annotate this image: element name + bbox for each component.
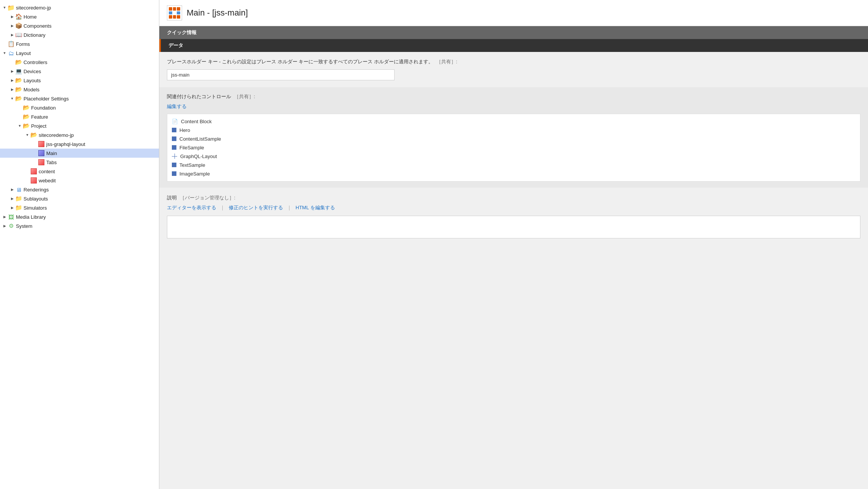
tree-item-icon: 🖥 (15, 186, 22, 193)
related-controls-label: 関連付けられたコントロール ［共有］: (167, 93, 860, 100)
tree-item-simulators[interactable]: 📁Simulators (0, 203, 159, 212)
sep1: ｜ (220, 204, 225, 211)
page-title: Main - [jss-main] (187, 8, 248, 18)
tree-item-feature[interactable]: 📂Feature (0, 112, 159, 121)
tree-item-models[interactable]: 📂Models (0, 85, 159, 94)
tree-toggle-expanded[interactable] (9, 96, 15, 102)
tree-item-icon: 📂 (15, 77, 22, 84)
tree-item-forms[interactable]: 📋Forms (0, 39, 159, 49)
tree-toggle-collapsed[interactable] (9, 187, 15, 193)
tree-item-jss-graphql-layout[interactable]: jss-graphql-layout (0, 139, 159, 149)
list-item[interactable]: FileSample (167, 143, 860, 152)
list-item[interactable]: ImageSample (167, 169, 860, 178)
list-item-label: ImageSample (179, 171, 210, 177)
list-item-label: FileSample (179, 145, 204, 150)
tree-item-label: Layouts (24, 78, 41, 83)
tree-item-components[interactable]: 📦Components (0, 21, 159, 30)
tree-item-icon: 🗂 (8, 50, 14, 56)
tree-item-foundation[interactable]: 📂Foundation (0, 103, 159, 112)
tree-item-media-library[interactable]: 🖼Media Library (0, 212, 159, 221)
tree-item-placeholder-settings[interactable]: 📂Placeholder Settings (0, 94, 159, 103)
tree-toggle-expanded[interactable] (24, 132, 30, 138)
tree-item-label: Placeholder Settings (24, 96, 69, 102)
run-hints-link[interactable]: 修正のヒントを実行する (229, 204, 283, 211)
tree-item-webedit[interactable]: webedit (0, 176, 159, 185)
tree-toggle-collapsed[interactable] (9, 205, 15, 211)
square-icon (172, 145, 176, 150)
tree-toggle-collapsed[interactable] (2, 214, 8, 220)
tree-toggle-expanded[interactable] (17, 123, 23, 129)
tree-item-label: Devices (24, 69, 41, 74)
icon-cell-2 (173, 7, 176, 11)
section-quick-info-header: クイック情報 (159, 26, 868, 39)
tree-item-renderings[interactable]: 🖥Renderings (0, 185, 159, 194)
tree-item-icon (30, 168, 37, 175)
tree-item-label: webedit (39, 178, 56, 183)
description-label: 説明 ［バージョン管理なし］: (167, 194, 860, 201)
list-item-label: ContentListSample (179, 136, 221, 142)
icon-cell-5 (173, 11, 176, 15)
tree-item-icon: 📦 (15, 22, 22, 29)
list-item[interactable]: ContentListSample (167, 135, 860, 143)
tree-item-sitecoredemo-jp[interactable]: 📁sitecoredemo-jp (0, 3, 159, 12)
tree-toggle-expanded[interactable] (2, 5, 8, 11)
tree-item-layouts[interactable]: 📂Layouts (0, 76, 159, 85)
placeholder-key-input[interactable] (167, 69, 395, 80)
tree-item-dictionary[interactable]: 📖Dictionary (0, 30, 159, 39)
tree-item-label: Models (24, 87, 39, 92)
square-icon (172, 163, 176, 167)
tree-toggle-collapsed[interactable] (9, 196, 15, 202)
related-controls-section: 関連付けられたコントロール ［共有］: 編集する 📄Content BlockH… (159, 87, 868, 188)
placeholder-key-section: プレースホルダー キー - これらの設定はプレース ホルダー キーに一致するすべ… (159, 52, 868, 86)
show-editor-link[interactable]: エディターを表示する (167, 204, 216, 211)
tree-item-label: Controllers (24, 60, 47, 65)
tree-item-icon: 📂 (23, 122, 30, 129)
tree-toggle-expanded[interactable] (2, 50, 8, 56)
tree-toggle-collapsed[interactable] (9, 86, 15, 92)
list-item[interactable]: TextSample (167, 161, 860, 169)
tree-item-tabs[interactable]: Tabs (0, 158, 159, 167)
tree-item-label: Foundation (31, 105, 56, 111)
tree-item-label: System (16, 223, 32, 229)
tree-toggle-collapsed[interactable] (9, 23, 15, 29)
tree-toggle-collapsed[interactable] (9, 32, 15, 38)
tree-item-icon: 📁 (15, 195, 22, 202)
tree-item-icon: 📂 (15, 59, 22, 66)
square-icon (172, 128, 176, 132)
list-item-label: Content Block (181, 119, 212, 124)
tree-toggle-collapsed[interactable] (9, 77, 15, 83)
list-item[interactable]: GraphQL-Layout (167, 152, 860, 161)
list-item-label: Hero (179, 127, 190, 133)
tree-item-main[interactable]: Main (0, 149, 159, 158)
tree-item-controllers[interactable]: 📂Controllers (0, 58, 159, 67)
tree-item-layout[interactable]: 🗂Layout (0, 49, 159, 58)
tree-item-icon: 📖 (15, 31, 22, 38)
tree-item-label: Feature (31, 114, 48, 120)
controls-list: 📄Content BlockHeroContentListSampleFileS… (167, 114, 860, 182)
tree-item-content[interactable]: content (0, 167, 159, 176)
tree-item-project[interactable]: 📂Project (0, 121, 159, 130)
page-icon (167, 5, 182, 20)
tree-toggle-collapsed[interactable] (9, 14, 15, 20)
tree-item-home[interactable]: 🏠Home (0, 12, 159, 21)
icon-cell-4 (169, 11, 172, 15)
description-editor[interactable] (167, 216, 860, 238)
tree-item-system[interactable]: ⚙System (0, 221, 159, 230)
square-icon (172, 136, 176, 141)
list-item[interactable]: 📄Content Block (167, 117, 860, 126)
tree-item-label: Project (31, 123, 46, 129)
tree-item-devices[interactable]: 💻Devices (0, 67, 159, 76)
tree-item-icon: 🖼 (8, 213, 14, 220)
edit-link[interactable]: 編集する (167, 103, 187, 109)
tree-item-sitecoredemo-jp-sub[interactable]: 📂sitecoredemo-jp (0, 130, 159, 139)
tree-item-sublayouts[interactable]: 📁Sublayouts (0, 194, 159, 203)
tree-toggle-collapsed[interactable] (9, 68, 15, 74)
tree-item-label: Sublayouts (24, 196, 48, 202)
tree-item-label: content (39, 169, 55, 174)
list-item[interactable]: Hero (167, 126, 860, 135)
tree-item-label: Main (46, 150, 57, 156)
section-data-header: データ (159, 39, 868, 52)
tree-item-icon: 🏠 (15, 13, 22, 20)
tree-toggle-collapsed[interactable] (2, 223, 8, 229)
edit-html-link[interactable]: HTML を編集する (296, 204, 335, 211)
